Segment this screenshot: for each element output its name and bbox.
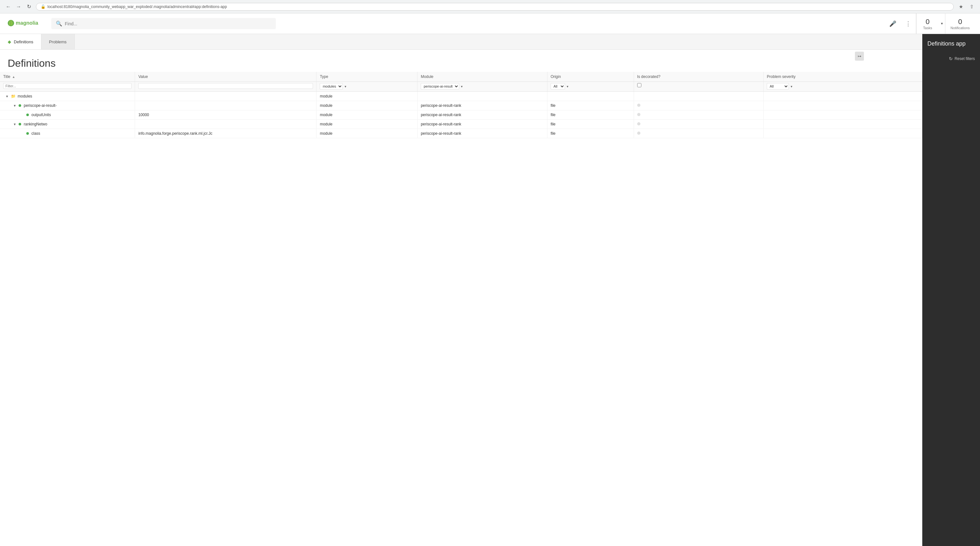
row-title-text: rankingNetwo	[24, 122, 47, 126]
cell-value	[135, 101, 317, 110]
filter-origin: All file ▼	[547, 82, 634, 92]
cell-type: module	[317, 101, 417, 110]
cell-title: ▼ 📁 modules	[0, 92, 135, 101]
cell-module	[417, 92, 547, 101]
cell-title: ▼ periscope-ai-result-	[0, 101, 135, 110]
row-title-text: periscope-ai-result-	[24, 103, 57, 108]
filter-problem-severity-select[interactable]: All error warning	[767, 83, 789, 89]
status-dot	[637, 122, 640, 126]
tree-toggle[interactable]: ▼	[5, 95, 10, 98]
node-dot	[26, 113, 29, 116]
cell-origin: file	[547, 119, 634, 129]
tasks-counter-display[interactable]: 0 Tasks	[916, 13, 939, 34]
search-icon: 🔍	[56, 21, 62, 27]
node-dot	[19, 123, 21, 126]
back-button[interactable]: ←	[4, 2, 13, 11]
forward-button[interactable]: →	[14, 2, 23, 11]
tree-toggle[interactable]: ▼	[12, 123, 18, 126]
top-bar: magnolia 🔍 🎤 ⋮ 0 Tasks ▼	[0, 13, 980, 34]
share-button[interactable]: ⇧	[967, 2, 976, 11]
notifications-count: 0	[958, 18, 962, 26]
cell-origin: file	[547, 101, 634, 110]
table-container[interactable]: Title ▲ Value Type Module	[0, 72, 922, 546]
right-panel: Definitions app ↻ Reset filters	[922, 34, 980, 546]
content-panel: ◆ Definitions Problems ↦ Definitions	[0, 34, 922, 546]
filter-type-arrow: ▼	[344, 85, 347, 88]
cell-problem-severity	[764, 110, 922, 119]
main-area: ◆ Definitions Problems ↦ Definitions	[0, 34, 980, 546]
cell-is-decorated	[634, 119, 764, 129]
filter-origin-arrow: ▼	[566, 85, 569, 88]
table-row[interactable]: outputUnits 10000 module periscope-ai-re…	[0, 110, 922, 119]
reset-filters-button[interactable]: ↻ Reset filters	[949, 55, 975, 62]
table-row[interactable]: ▼ rankingNetwo module periscope-ai-resul…	[0, 119, 922, 129]
address-bar[interactable]: 🔓 localhost:8180/magnolia_community_weba…	[36, 3, 954, 11]
notifications-counter[interactable]: 0 Notifications	[945, 13, 975, 34]
col-header-origin: Origin	[547, 72, 634, 82]
logo[interactable]: magnolia	[5, 18, 44, 30]
filter-problem-severity-arrow: ▼	[790, 85, 793, 88]
definitions-table: Title ▲ Value Type Module	[0, 72, 922, 138]
tasks-counter[interactable]: 0 Tasks ▼	[916, 13, 945, 34]
tree-toggle[interactable]: ▼	[12, 104, 18, 107]
filter-value-input[interactable]	[138, 83, 313, 89]
filter-type: modules all ▼	[317, 82, 417, 92]
cell-value: 10000	[135, 110, 317, 119]
filter-origin-select[interactable]: All file	[550, 83, 565, 89]
cell-origin	[547, 92, 634, 101]
col-origin-label: Origin	[550, 75, 561, 79]
cell-problem-severity	[764, 129, 922, 138]
browser-actions: ★ ⇧	[956, 2, 976, 11]
bookmark-button[interactable]: ★	[956, 2, 965, 11]
search-bar[interactable]: 🔍	[51, 18, 276, 29]
grid-button[interactable]: ⋮	[900, 13, 916, 34]
top-bar-right: 🎤 ⋮ 0 Tasks ▼ 0 Notifications	[885, 13, 975, 34]
url-text: localhost:8180/magnolia_community_webapp…	[48, 5, 227, 9]
filter-is-decorated	[634, 82, 764, 92]
search-input[interactable]	[65, 21, 271, 26]
col-problem-severity-label: Problem severity	[767, 75, 795, 79]
cell-is-decorated	[634, 129, 764, 138]
table-body: ▼ 📁 modules module	[0, 92, 922, 138]
microphone-button[interactable]: 🎤	[885, 13, 900, 34]
definitions-tab-icon: ◆	[8, 39, 11, 44]
cell-module: periscope-ai-result-rank	[417, 101, 547, 110]
filter-is-decorated-checkbox[interactable]	[637, 83, 641, 87]
cell-module: periscope-ai-result-rank	[417, 119, 547, 129]
filter-module-arrow: ▼	[460, 85, 463, 88]
expand-panel-button[interactable]: ↦	[855, 52, 864, 60]
tasks-dropdown-arrow[interactable]: ▼	[939, 13, 945, 34]
filter-title-input[interactable]	[3, 83, 132, 89]
tasks-count: 0	[926, 18, 929, 26]
row-title-text: modules	[18, 94, 32, 99]
tabs: ◆ Definitions Problems	[0, 34, 922, 50]
node-dot	[19, 104, 21, 107]
row-title-text: class	[32, 131, 40, 136]
reset-filters-label: Reset filters	[955, 56, 975, 61]
folder-icon: 📁	[11, 94, 16, 99]
filter-type-select[interactable]: modules all	[320, 83, 343, 89]
col-header-problem-severity: Problem severity	[764, 72, 922, 82]
col-header-is-decorated: Is decorated?	[634, 72, 764, 82]
table-row[interactable]: ▼ periscope-ai-result- module periscope-…	[0, 101, 922, 110]
expand-icon: ↦	[858, 54, 861, 59]
table-row[interactable]: ▼ 📁 modules module	[0, 92, 922, 101]
col-header-type: Type	[317, 72, 417, 82]
notifications-label: Notifications	[950, 26, 970, 30]
tab-definitions[interactable]: ◆ Definitions	[0, 34, 41, 49]
row-title-text: outputUnits	[32, 113, 51, 117]
table-row[interactable]: class info.magnolia.forge.periscope.rank…	[0, 129, 922, 138]
filter-module: periscope-ai-result-r all ▼	[417, 82, 547, 92]
col-type-label: Type	[320, 75, 328, 79]
cell-problem-severity	[764, 92, 922, 101]
reload-button[interactable]: ↻	[24, 2, 33, 11]
nav-buttons: ← → ↻	[4, 2, 33, 11]
tab-problems[interactable]: Problems	[41, 34, 75, 49]
filter-problem-severity: All error warning ▼	[764, 82, 922, 92]
cell-module: periscope-ai-result-rank	[417, 129, 547, 138]
reset-icon: ↻	[949, 56, 953, 61]
sort-icon-title[interactable]: ▲	[12, 75, 15, 79]
definitions-tab-label: Definitions	[14, 40, 33, 44]
cell-title: ▼ rankingNetwo	[0, 119, 135, 129]
filter-module-select[interactable]: periscope-ai-result-r all	[421, 83, 459, 89]
